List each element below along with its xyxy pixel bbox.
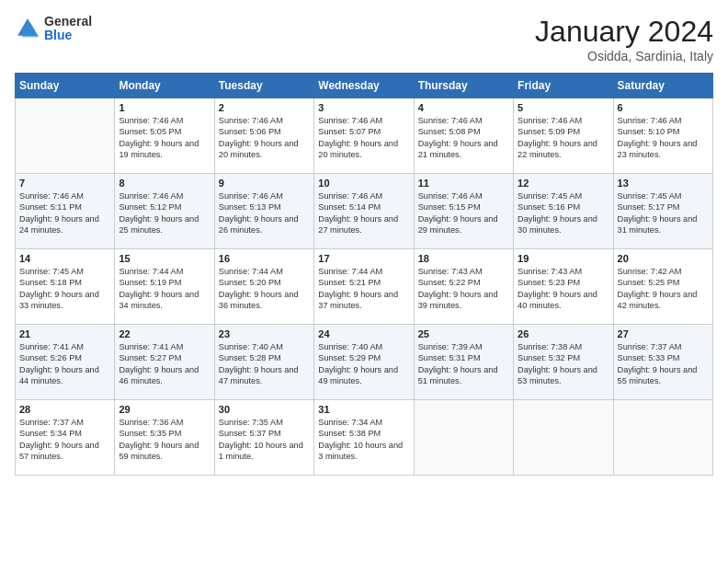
logo: General Blue [15,15,92,43]
day-info: Sunrise: 7:46 AMSunset: 5:09 PMDaylight:… [518,115,609,161]
day-number: 2 [219,102,310,113]
day-number: 31 [318,404,409,415]
calendar-table: SundayMondayTuesdayWednesdayThursdayFrid… [15,73,713,476]
day-number: 10 [318,178,409,189]
calendar-cell: 13Sunrise: 7:45 AMSunset: 5:17 PMDayligh… [613,174,712,249]
day-number: 1 [119,102,210,113]
location-title: Osidda, Sardinia, Italy [535,49,713,63]
calendar-cell [613,400,712,476]
day-info: Sunrise: 7:46 AMSunset: 5:15 PMDaylight:… [418,190,509,236]
day-number: 24 [318,328,409,339]
day-info: Sunrise: 7:46 AMSunset: 5:11 PMDaylight:… [19,190,110,236]
day-info: Sunrise: 7:44 AMSunset: 5:21 PMDaylight:… [318,266,409,312]
day-info: Sunrise: 7:43 AMSunset: 5:22 PMDaylight:… [418,266,509,312]
weekday-header-row: SundayMondayTuesdayWednesdayThursdayFrid… [16,74,713,98]
day-info: Sunrise: 7:41 AMSunset: 5:27 PMDaylight:… [119,341,210,387]
calendar-cell: 23Sunrise: 7:40 AMSunset: 5:28 PMDayligh… [214,325,313,400]
calendar-week-row: 7Sunrise: 7:46 AMSunset: 5:11 PMDaylight… [16,174,713,249]
day-info: Sunrise: 7:46 AMSunset: 5:13 PMDaylight:… [219,190,310,236]
calendar-cell: 26Sunrise: 7:38 AMSunset: 5:32 PMDayligh… [514,325,613,400]
day-number: 11 [418,178,509,189]
calendar-cell: 2Sunrise: 7:46 AMSunset: 5:06 PMDaylight… [214,98,313,174]
calendar-cell: 29Sunrise: 7:36 AMSunset: 5:35 PMDayligh… [115,400,214,476]
calendar-cell [16,98,115,174]
calendar-cell: 21Sunrise: 7:41 AMSunset: 5:26 PMDayligh… [16,325,115,400]
calendar-cell: 28Sunrise: 7:37 AMSunset: 5:34 PMDayligh… [16,400,115,476]
calendar-cell: 8Sunrise: 7:46 AMSunset: 5:12 PMDaylight… [115,174,214,249]
day-number: 22 [119,328,210,339]
weekday-header: Sunday [16,74,115,98]
day-number: 20 [618,253,709,264]
weekday-header: Saturday [613,74,712,98]
weekday-header: Friday [514,74,613,98]
calendar-cell: 3Sunrise: 7:46 AMSunset: 5:07 PMDaylight… [314,98,414,174]
weekday-header: Monday [115,74,214,98]
day-number: 14 [19,253,110,264]
logo-general: General [44,15,92,29]
calendar-cell: 17Sunrise: 7:44 AMSunset: 5:21 PMDayligh… [314,249,414,325]
day-info: Sunrise: 7:46 AMSunset: 5:08 PMDaylight:… [418,115,509,161]
calendar-cell: 15Sunrise: 7:44 AMSunset: 5:19 PMDayligh… [115,249,214,325]
day-number: 12 [518,178,609,189]
page-header: General Blue January 2024 Osidda, Sardin… [15,15,713,63]
weekday-header: Thursday [414,74,513,98]
day-number: 19 [518,253,609,264]
calendar-cell: 11Sunrise: 7:46 AMSunset: 5:15 PMDayligh… [414,174,513,249]
day-number: 26 [518,328,609,339]
calendar-cell: 14Sunrise: 7:45 AMSunset: 5:18 PMDayligh… [16,249,115,325]
day-info: Sunrise: 7:46 AMSunset: 5:05 PMDaylight:… [119,115,210,161]
logo-blue: Blue [44,29,92,42]
calendar-cell: 27Sunrise: 7:37 AMSunset: 5:33 PMDayligh… [613,325,712,400]
calendar-week-row: 1Sunrise: 7:46 AMSunset: 5:05 PMDaylight… [16,98,713,174]
day-info: Sunrise: 7:37 AMSunset: 5:34 PMDaylight:… [19,417,110,463]
title-block: January 2024 Osidda, Sardinia, Italy [535,15,713,63]
day-number: 5 [518,102,609,113]
day-info: Sunrise: 7:38 AMSunset: 5:32 PMDaylight:… [518,341,609,387]
calendar-cell: 25Sunrise: 7:39 AMSunset: 5:31 PMDayligh… [414,325,513,400]
calendar-cell: 10Sunrise: 7:46 AMSunset: 5:14 PMDayligh… [314,174,414,249]
calendar-cell: 19Sunrise: 7:43 AMSunset: 5:23 PMDayligh… [514,249,613,325]
day-info: Sunrise: 7:45 AMSunset: 5:17 PMDaylight:… [618,190,709,236]
calendar-cell: 4Sunrise: 7:46 AMSunset: 5:08 PMDaylight… [414,98,513,174]
calendar-cell: 6Sunrise: 7:46 AMSunset: 5:10 PMDaylight… [613,98,712,174]
calendar-cell: 18Sunrise: 7:43 AMSunset: 5:22 PMDayligh… [414,249,513,325]
day-number: 7 [19,178,110,189]
day-number: 23 [219,328,310,339]
calendar-week-row: 28Sunrise: 7:37 AMSunset: 5:34 PMDayligh… [16,400,713,476]
calendar-cell: 30Sunrise: 7:35 AMSunset: 5:37 PMDayligh… [214,400,313,476]
calendar-cell: 12Sunrise: 7:45 AMSunset: 5:16 PMDayligh… [514,174,613,249]
day-info: Sunrise: 7:45 AMSunset: 5:16 PMDaylight:… [518,190,609,236]
day-info: Sunrise: 7:45 AMSunset: 5:18 PMDaylight:… [19,266,110,312]
weekday-header: Tuesday [214,74,313,98]
calendar-cell: 1Sunrise: 7:46 AMSunset: 5:05 PMDaylight… [115,98,214,174]
calendar-cell: 16Sunrise: 7:44 AMSunset: 5:20 PMDayligh… [214,249,313,325]
day-number: 27 [618,328,709,339]
calendar-cell [514,400,613,476]
day-number: 6 [618,102,709,113]
day-info: Sunrise: 7:46 AMSunset: 5:06 PMDaylight:… [219,115,310,161]
calendar-cell: 31Sunrise: 7:34 AMSunset: 5:38 PMDayligh… [314,400,414,476]
calendar-cell: 22Sunrise: 7:41 AMSunset: 5:27 PMDayligh… [115,325,214,400]
calendar-cell: 20Sunrise: 7:42 AMSunset: 5:25 PMDayligh… [613,249,712,325]
weekday-header: Wednesday [314,74,414,98]
day-info: Sunrise: 7:44 AMSunset: 5:20 PMDaylight:… [219,266,310,312]
day-number: 17 [318,253,409,264]
day-info: Sunrise: 7:42 AMSunset: 5:25 PMDaylight:… [618,266,709,312]
day-number: 30 [219,404,310,415]
day-number: 13 [618,178,709,189]
logo-text: General Blue [44,15,92,43]
day-number: 28 [19,404,110,415]
calendar-cell: 5Sunrise: 7:46 AMSunset: 5:09 PMDaylight… [514,98,613,174]
calendar-cell [414,400,513,476]
calendar-cell: 7Sunrise: 7:46 AMSunset: 5:11 PMDaylight… [16,174,115,249]
day-info: Sunrise: 7:41 AMSunset: 5:26 PMDaylight:… [19,341,110,387]
day-info: Sunrise: 7:37 AMSunset: 5:33 PMDaylight:… [618,341,709,387]
day-number: 4 [418,102,509,113]
day-info: Sunrise: 7:46 AMSunset: 5:10 PMDaylight:… [618,115,709,161]
day-number: 25 [418,328,509,339]
day-info: Sunrise: 7:44 AMSunset: 5:19 PMDaylight:… [119,266,210,312]
day-info: Sunrise: 7:46 AMSunset: 5:14 PMDaylight:… [318,190,409,236]
day-number: 3 [318,102,409,113]
calendar-cell: 24Sunrise: 7:40 AMSunset: 5:29 PMDayligh… [314,325,414,400]
day-number: 9 [219,178,310,189]
